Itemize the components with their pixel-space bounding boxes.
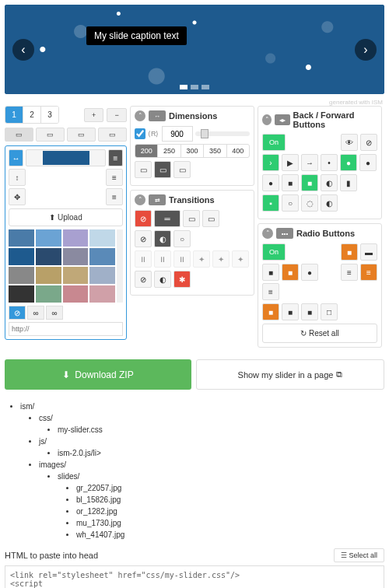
preset-200[interactable]: 200 bbox=[135, 145, 158, 157]
prev-arrow[interactable]: ‹ bbox=[12, 39, 34, 61]
width-enable-checkbox[interactable] bbox=[135, 128, 145, 139]
loop-none[interactable]: ⊘ bbox=[135, 271, 152, 288]
bf-style-5[interactable]: ● bbox=[340, 154, 357, 171]
fx-3[interactable]: ⏸ bbox=[173, 250, 191, 268]
align-tool[interactable]: ↔ bbox=[9, 149, 23, 166]
next-arrow[interactable]: › bbox=[355, 39, 377, 61]
layout-opt-1[interactable]: ▭ bbox=[5, 128, 33, 142]
link-url-input[interactable] bbox=[9, 322, 123, 336]
gallery-thumb[interactable] bbox=[9, 229, 34, 247]
gallery-thumb[interactable] bbox=[36, 267, 61, 284]
ratio-opt-3[interactable]: ▭ bbox=[173, 161, 191, 178]
width-slider[interactable] bbox=[195, 131, 251, 136]
bf-pos-4[interactable]: ◐ bbox=[321, 194, 338, 212]
fx-5[interactable]: ✦ bbox=[212, 250, 230, 268]
dir-circle[interactable]: ○ bbox=[173, 230, 191, 247]
preset-400[interactable]: 400 bbox=[227, 145, 249, 157]
ratio-opt-1[interactable]: ▭ bbox=[135, 161, 152, 178]
radio-p-1[interactable]: ■ bbox=[262, 303, 279, 320]
head-code-textarea[interactable] bbox=[5, 565, 384, 588]
radio-c-1[interactable]: ■ bbox=[262, 264, 279, 281]
radio-al-2[interactable]: ≡ bbox=[360, 264, 377, 281]
radio-c-2[interactable]: ■ bbox=[282, 264, 299, 281]
layout-opt-2[interactable]: ▭ bbox=[36, 128, 65, 142]
link-mode-url[interactable]: ∞ bbox=[27, 306, 44, 320]
collapse-icon[interactable]: ˄ bbox=[135, 110, 145, 121]
tab-3[interactable]: 3 bbox=[41, 107, 58, 123]
collapse-icon[interactable]: ˄ bbox=[135, 194, 145, 205]
preset-300[interactable]: 300 bbox=[181, 145, 204, 157]
gallery-thumb[interactable] bbox=[36, 229, 61, 247]
preset-250[interactable]: 250 bbox=[158, 145, 180, 157]
radio-style-b[interactable]: ▬ bbox=[360, 243, 377, 261]
slide-indicators[interactable] bbox=[180, 85, 209, 89]
bf-hide[interactable]: 👁 bbox=[341, 134, 358, 151]
remove-slide-button[interactable]: − bbox=[107, 108, 127, 122]
download-zip-button[interactable]: ⬇ Download ZIP bbox=[5, 359, 191, 390]
gallery-thumb[interactable] bbox=[9, 267, 34, 284]
bf-style-1[interactable]: › bbox=[262, 154, 279, 171]
bf-shape-2[interactable]: ■ bbox=[282, 174, 299, 191]
bf-on-toggle[interactable]: On bbox=[262, 134, 286, 151]
fx-4[interactable]: ✦ bbox=[193, 250, 210, 268]
radio-style-a[interactable]: ■ bbox=[341, 243, 358, 261]
bf-shape-5[interactable]: ▮ bbox=[340, 174, 357, 191]
radio-c-3[interactable]: ● bbox=[301, 264, 318, 281]
gallery-thumb[interactable] bbox=[63, 248, 89, 265]
bf-shape-3[interactable]: ■ bbox=[301, 174, 318, 191]
radio-p-3[interactable]: ■ bbox=[301, 303, 318, 320]
layout-opt-4[interactable]: ▭ bbox=[98, 128, 127, 142]
gallery-thumb[interactable] bbox=[89, 285, 115, 303]
show-in-page-button[interactable]: Show my slider in a page ⧉ bbox=[196, 359, 384, 390]
upload-button[interactable]: ⬆ Upload bbox=[9, 208, 123, 226]
trans-fade[interactable]: ═ bbox=[154, 210, 180, 227]
layout-opt-3[interactable]: ▭ bbox=[67, 128, 96, 142]
gallery-thumb[interactable] bbox=[63, 285, 89, 303]
link-mode-anchor[interactable]: ∞ bbox=[46, 306, 63, 320]
select-all-button[interactable]: ☰ Select all bbox=[334, 548, 384, 562]
width-input[interactable] bbox=[162, 126, 193, 142]
bf-pos-1[interactable]: ▪ bbox=[262, 194, 279, 212]
bf-style-2[interactable]: ▶ bbox=[282, 154, 299, 171]
radio-al-3[interactable]: ≡ bbox=[262, 283, 279, 300]
dir-toggle[interactable]: ◐ bbox=[154, 230, 171, 247]
bf-style-6[interactable]: ● bbox=[359, 154, 377, 171]
gallery-thumb[interactable] bbox=[9, 248, 34, 265]
bf-shape-4[interactable]: ◐ bbox=[321, 174, 338, 191]
fx-6[interactable]: ✦ bbox=[232, 250, 249, 268]
trans-slide[interactable]: ▭ bbox=[183, 210, 200, 227]
bf-style-3[interactable]: → bbox=[301, 154, 318, 171]
loop-on[interactable]: ◐ bbox=[154, 271, 171, 288]
gallery-thumb[interactable] bbox=[36, 248, 61, 265]
add-slide-button[interactable]: + bbox=[84, 108, 104, 122]
trans-zoom[interactable]: ▭ bbox=[202, 210, 219, 227]
radio-p-4[interactable]: □ bbox=[321, 303, 338, 320]
radio-al-1[interactable]: ≡ bbox=[341, 264, 358, 281]
ratio-opt-2[interactable]: ▭ bbox=[154, 161, 171, 178]
gallery-thumb[interactable] bbox=[63, 267, 89, 284]
align-v[interactable]: ↕ bbox=[9, 169, 26, 186]
gallery-thumb[interactable] bbox=[63, 229, 89, 247]
preset-350[interactable]: 350 bbox=[204, 145, 226, 157]
reset-all-button[interactable]: ↻ Reset all bbox=[262, 324, 377, 343]
gallery-thumb[interactable] bbox=[9, 285, 34, 303]
gallery-thumb[interactable] bbox=[36, 285, 61, 303]
layer-up[interactable]: ≡ bbox=[108, 149, 123, 166]
dir-none[interactable]: ⊘ bbox=[135, 230, 152, 247]
bf-style-4[interactable]: • bbox=[321, 154, 338, 171]
layer-down[interactable]: ≡ bbox=[106, 188, 123, 205]
collapse-icon[interactable]: ˄ bbox=[262, 114, 272, 125]
bf-shape-1[interactable]: ● bbox=[262, 174, 279, 191]
radio-p-2[interactable]: ■ bbox=[282, 303, 299, 320]
move-tool[interactable]: ✥ bbox=[9, 188, 26, 205]
trans-none[interactable]: ⊘ bbox=[135, 210, 152, 227]
gallery-thumb[interactable] bbox=[89, 229, 115, 247]
bf-pos-3[interactable]: ◌ bbox=[301, 194, 318, 212]
bf-show[interactable]: ⊘ bbox=[360, 134, 377, 151]
gallery-thumb[interactable] bbox=[89, 267, 115, 284]
collapse-icon[interactable]: ˄ bbox=[262, 228, 273, 239]
link-mode-none[interactable]: ⊘ bbox=[9, 306, 26, 320]
tab-2[interactable]: 2 bbox=[23, 107, 41, 123]
gallery-thumb[interactable] bbox=[89, 248, 115, 265]
fx-1[interactable]: ⏸ bbox=[135, 250, 152, 268]
